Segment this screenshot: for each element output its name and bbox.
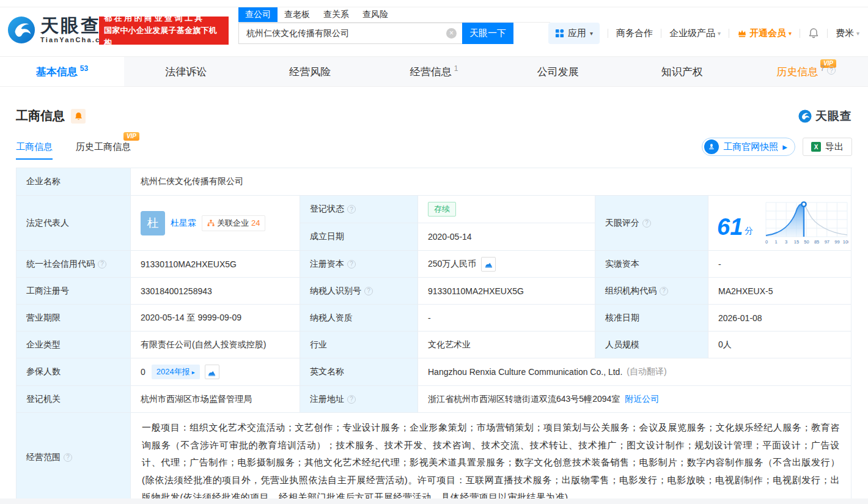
tab-company-development[interactable]: 公司发展	[496, 57, 620, 86]
section-title: 工商信息	[16, 108, 65, 124]
label-industry: 行业	[300, 332, 418, 358]
nav-divider	[608, 29, 608, 38]
value-paid-capital: -	[708, 251, 851, 278]
label-paid-capital: 实缴资本	[595, 251, 708, 278]
slogan-line1: 都在用的商业查询工具	[104, 12, 224, 24]
search-area: 查公司 查老板 查关系 查风险 × 天眼一下	[238, 8, 513, 44]
tab-business-info[interactable]: 经营信息1	[372, 57, 496, 86]
nav-divider	[729, 29, 729, 38]
user-menu[interactable]: 费米 ▾	[836, 28, 859, 39]
score-distribution-chart: 0 1 3 15 50 85 97 99 100	[764, 200, 848, 246]
crown-icon	[737, 29, 747, 38]
svg-text:100: 100	[843, 239, 848, 245]
label-staff-size: 人员规模	[595, 332, 708, 358]
value-registration-status: 存续	[418, 196, 595, 223]
subscribe-bell-button[interactable]	[71, 109, 86, 124]
tianyancha-logo-icon	[798, 109, 812, 123]
apps-menu[interactable]: 应用 ▾	[548, 23, 600, 44]
help-icon[interactable]: ?	[347, 205, 356, 213]
tab-operational-risk[interactable]: 经营风险	[248, 57, 372, 86]
help-icon[interactable]: ?	[98, 260, 106, 269]
legal-rep-avatar[interactable]: 杜	[141, 211, 165, 235]
nav-business-cooperation[interactable]: 商务合作	[616, 28, 653, 39]
label-establishment-date: 成立日期	[300, 223, 418, 251]
help-icon[interactable]: ?	[364, 287, 373, 295]
apps-grid-icon	[555, 29, 564, 38]
chevron-down-icon: ▾	[789, 30, 792, 37]
help-icon[interactable]: ?	[642, 219, 651, 228]
official-snapshot-button[interactable]: 工商官网快照 ▶	[702, 138, 795, 156]
arrow-right-icon: ▸	[192, 369, 195, 376]
subtab-business-info[interactable]: 工商信息	[16, 141, 53, 160]
label-approval-date: 核准日期	[595, 305, 708, 332]
capital-change-record-button[interactable]	[481, 257, 496, 272]
value-establishment-date: 2020-05-14	[418, 223, 595, 251]
tab-history-info[interactable]: VIP 历史信息7 ?	[744, 57, 868, 86]
help-icon[interactable]: ?	[827, 66, 836, 75]
search-button[interactable]: 天眼一下	[462, 23, 513, 44]
help-icon[interactable]: ?	[64, 453, 72, 462]
svg-text:50: 50	[804, 239, 809, 245]
label-tianyan-score: 天眼评分?	[595, 196, 708, 251]
related-companies-count: 24	[251, 218, 260, 228]
nearby-companies-link[interactable]: 附近公司	[625, 394, 659, 405]
related-companies-badge[interactable]: 关联企业 24	[202, 215, 265, 231]
svg-text:15: 15	[794, 239, 799, 245]
value-tianyan-score[interactable]: 61 分	[708, 196, 851, 251]
brand-slogan: 都在用的商业查询工具 国家中小企业发展子基金旗下机构	[99, 17, 229, 45]
label-registration-number: 工商注册号	[17, 278, 131, 305]
value-registration-number: 330184001258943	[131, 278, 300, 305]
bell-icon	[808, 28, 819, 39]
help-icon[interactable]: ?	[347, 395, 356, 404]
arrow-right-icon: ▶	[782, 144, 787, 150]
search-tab-company[interactable]: 查公司	[238, 7, 278, 22]
annual-report-tag[interactable]: 2024年报 ▸	[152, 365, 200, 379]
help-icon[interactable]: ?	[347, 260, 356, 269]
svg-text:85: 85	[814, 239, 819, 245]
apps-label: 应用	[568, 28, 586, 39]
label-registration-authority: 登记机关	[17, 386, 131, 413]
insured-trend-button[interactable]	[205, 365, 219, 379]
auto-translate-note: (自动翻译)	[627, 366, 666, 377]
label-organization-code: 组织机构代码?	[595, 278, 708, 305]
nav-open-membership[interactable]: 开通会员 ▾	[737, 28, 792, 39]
tianyancha-watermark: 天眼查	[798, 108, 852, 124]
label-registered-address: 注册地址?	[300, 386, 418, 413]
svg-text:97: 97	[825, 239, 829, 245]
score-marker	[801, 202, 806, 206]
legal-rep-name-link[interactable]: 杜星霖	[171, 218, 196, 229]
tab-legal-proceedings[interactable]: 法律诉讼	[124, 57, 248, 86]
svg-text:0: 0	[765, 239, 768, 245]
tab-count: 7	[820, 64, 825, 73]
search-tab-risk[interactable]: 查风险	[356, 7, 395, 22]
export-button[interactable]: X 导出	[803, 138, 852, 156]
label-company-name: 企业名称	[17, 168, 131, 196]
label-business-term: 营业期限	[17, 305, 131, 332]
trend-chart-icon	[208, 368, 216, 376]
org-chart-icon	[207, 220, 215, 227]
tab-count: 1	[454, 64, 458, 73]
nav-divider	[800, 29, 800, 38]
search-input[interactable]	[238, 23, 462, 44]
excel-icon: X	[811, 142, 821, 152]
tianyancha-logo[interactable]: 天眼查 TianYanCha.com	[7, 16, 113, 44]
header-divider	[0, 7, 868, 7]
tab-intellectual-property[interactable]: 知识产权	[620, 57, 744, 86]
business-info-subtabs: 工商信息 VIP 历史工商信息	[16, 141, 131, 160]
svg-text:99: 99	[834, 239, 839, 245]
label-insured-count: 参保人数	[17, 358, 131, 386]
label-taxpayer-qualification: 纳税人资质	[300, 305, 418, 332]
notifications-bell[interactable]	[808, 28, 819, 39]
search-tab-relation[interactable]: 查关系	[317, 7, 356, 22]
value-business-scope: 一般项目：组织文化艺术交流活动；文艺创作；专业设计服务；企业形象策划；市场营销策…	[131, 413, 851, 502]
nav-enterprise-products[interactable]: 企业级产品 ▾	[669, 28, 721, 39]
clear-search-icon[interactable]: ×	[446, 28, 457, 39]
subtab-history-business-info[interactable]: VIP 历史工商信息	[76, 141, 131, 160]
value-taxpayer-id: 91330110MA2HXEUX5G	[418, 278, 595, 305]
nav-divider	[661, 29, 661, 38]
watermark-text: 天眼查	[815, 108, 852, 124]
help-icon[interactable]: ?	[660, 287, 668, 295]
tab-basic-info[interactable]: 基本信息53	[0, 57, 124, 86]
search-tab-boss[interactable]: 查老板	[278, 7, 317, 22]
trend-chart-icon	[485, 260, 493, 268]
